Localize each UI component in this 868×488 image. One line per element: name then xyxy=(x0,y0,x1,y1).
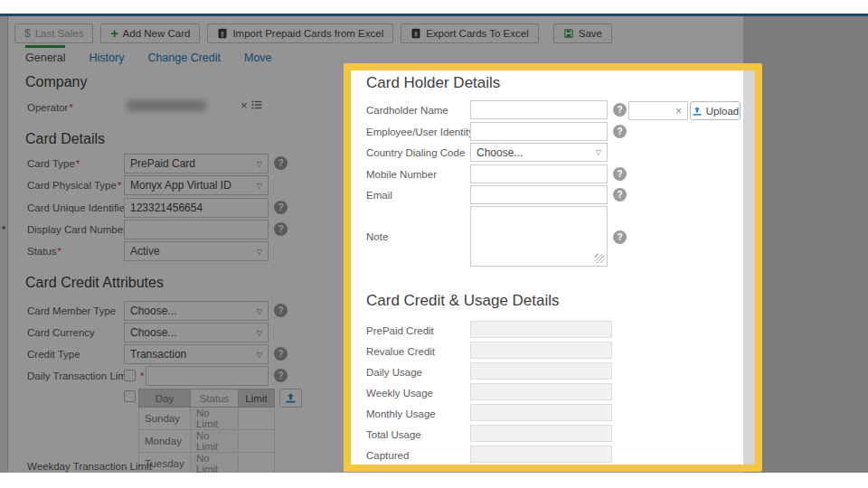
import-excel-button[interactable]: x Import Prepaid Cards from Excel xyxy=(207,23,393,43)
total-usage-label: Total Usage xyxy=(366,429,421,440)
card-currency-select[interactable]: Choose... ▽ xyxy=(124,323,269,343)
daily-transaction-limit-label: Daily Transaction Limit xyxy=(27,371,132,381)
field-daily-transaction-limit: Daily Transaction Limit * ? xyxy=(27,366,307,386)
note-textarea[interactable] xyxy=(470,206,608,267)
field-operator: Operator* × xyxy=(27,98,307,117)
last-sales-button[interactable]: $ Last Sales xyxy=(14,23,93,43)
save-button[interactable]: Save xyxy=(553,23,612,43)
excel-export-icon: x xyxy=(410,28,421,39)
tab-general[interactable]: General xyxy=(25,45,65,64)
chevron-down-icon: ▽ xyxy=(257,160,262,168)
field-credit-type: Credit Type Transaction ▽ ? xyxy=(27,344,307,364)
tab-move[interactable]: Move xyxy=(244,45,272,64)
credit-type-select[interactable]: Transaction ▽ xyxy=(124,344,269,364)
tab-change-credit[interactable]: Change Credit xyxy=(147,45,221,64)
help-icon[interactable]: ? xyxy=(613,125,627,138)
card-currency-label: Card Currency xyxy=(27,327,95,338)
help-icon[interactable]: ? xyxy=(613,230,627,244)
section-title-card-holder-details: Card Holder Details xyxy=(366,74,500,92)
photo-upload-button[interactable]: Upload xyxy=(690,101,741,120)
card-physical-type-label: Card Physical Type* xyxy=(27,180,121,191)
clear-photo-icon[interactable]: × xyxy=(675,106,682,117)
sidebar-collapse-strip[interactable]: ◄ xyxy=(0,16,8,473)
chevron-down-icon: ▽ xyxy=(257,248,262,256)
help-icon[interactable]: ? xyxy=(613,188,627,202)
card-physical-type-select[interactable]: Monyx App Virtual ID ▽ xyxy=(124,175,269,195)
required-marker: * xyxy=(118,180,121,191)
weekday-transaction-limit-checkbox[interactable] xyxy=(124,390,136,402)
help-icon[interactable]: ? xyxy=(613,103,627,117)
app-window: ◄ $ Last Sales + Add New Card x Import P… xyxy=(0,16,868,473)
weekly-usage-label: Weekly Usage xyxy=(366,388,433,399)
add-new-card-button[interactable]: + Add New Card xyxy=(100,23,200,43)
screenshot-canvas: ◄ $ Last Sales + Add New Card x Import P… xyxy=(0,0,868,488)
upload-icon xyxy=(285,392,297,404)
status-label: Status* xyxy=(27,246,61,257)
save-label: Save xyxy=(579,28,602,39)
cardholder-name-input[interactable] xyxy=(470,100,608,119)
mobile-number-label: Mobile Number xyxy=(366,169,437,180)
field-note: Note ? xyxy=(366,206,755,267)
field-card-currency: Card Currency Choose... ▽ xyxy=(27,323,307,343)
help-icon[interactable]: ? xyxy=(274,222,288,236)
country-dialing-code-select[interactable]: Choose... ▽ xyxy=(470,143,608,162)
field-employee-user-identity: Employee/User Identity ? xyxy=(366,122,755,142)
last-sales-label: Last Sales xyxy=(35,28,84,39)
help-icon[interactable]: ? xyxy=(274,369,288,382)
operator-label: Operator* xyxy=(27,102,73,113)
dollar-icon: $ xyxy=(24,27,31,40)
weekday-limits-upload-button[interactable] xyxy=(279,389,302,408)
card-member-type-select[interactable]: Choose... ▽ xyxy=(124,301,269,321)
email-input[interactable] xyxy=(470,185,608,204)
section-title-card-details: Card Details xyxy=(25,131,105,147)
daily-transaction-limit-input[interactable] xyxy=(146,366,269,386)
field-daily-usage: Daily Usage xyxy=(366,362,755,382)
weekday-transaction-limit-label: Weekday Transaction Limit xyxy=(27,461,152,472)
help-icon[interactable]: ? xyxy=(613,167,627,181)
chevron-down-icon: ▽ xyxy=(596,148,601,156)
cardholder-name-label: Cardholder Name xyxy=(366,105,448,116)
upload-icon xyxy=(692,106,703,117)
tab-history[interactable]: History xyxy=(89,45,124,64)
card-unique-identifier-input[interactable] xyxy=(124,198,269,218)
collapse-arrow-icon[interactable]: ◄ xyxy=(0,224,6,230)
prepaid-credit-readonly xyxy=(470,321,612,338)
mobile-number-input[interactable] xyxy=(470,164,608,183)
captured-label: Captured xyxy=(366,450,409,461)
export-excel-button[interactable]: x Export Cards To Excel xyxy=(401,23,539,43)
employee-user-identity-input[interactable] xyxy=(470,122,608,141)
export-excel-label: Export Cards To Excel xyxy=(426,28,529,39)
display-card-number-label: Display Card Number xyxy=(27,224,127,235)
display-card-number-input[interactable] xyxy=(124,220,269,239)
help-icon[interactable]: ? xyxy=(274,201,288,214)
field-email: Email ? xyxy=(366,185,755,205)
tab-bar: General History Change Credit Move xyxy=(25,45,272,64)
operator-list-icon[interactable] xyxy=(250,99,263,111)
field-prepaid-credit: PrePaid Credit xyxy=(366,321,755,341)
field-card-unique-identifier: Card Unique Identifier* ? xyxy=(27,198,307,218)
field-card-member-type: Card Member Type Choose... ▽ ? xyxy=(27,301,307,321)
captured-readonly xyxy=(470,446,612,463)
credit-type-label: Credit Type xyxy=(27,349,80,360)
help-icon[interactable]: ? xyxy=(274,304,288,317)
field-status: Status* Active ▽ xyxy=(27,241,307,261)
daily-transaction-limit-checkbox[interactable] xyxy=(124,370,136,381)
field-card-type: Card Type* PrePaid Card ▽ ? xyxy=(27,154,307,174)
total-usage-readonly xyxy=(470,425,612,442)
help-icon[interactable]: ? xyxy=(274,156,288,170)
field-cardholder-name: Cardholder Name ? × Upload xyxy=(366,100,755,120)
daily-usage-label: Daily Usage xyxy=(366,367,422,378)
help-icon[interactable]: ? xyxy=(274,347,288,361)
employee-user-identity-label: Employee/User Identity xyxy=(366,127,474,137)
status-select[interactable]: Active ▽ xyxy=(124,241,269,261)
photo-filename-box: × xyxy=(628,101,688,120)
right-background-area xyxy=(743,16,868,473)
clear-operator-icon[interactable]: × xyxy=(241,99,248,111)
table-row: Tuesday No Limit xyxy=(139,453,275,474)
field-captured: Captured xyxy=(366,446,755,465)
card-member-type-label: Card Member Type xyxy=(27,305,116,316)
card-type-select[interactable]: PrePaid Card ▽ xyxy=(124,154,269,174)
note-label: Note xyxy=(366,231,388,242)
prepaid-credit-label: PrePaid Credit xyxy=(366,325,434,336)
section-title-company: Company xyxy=(25,74,87,90)
